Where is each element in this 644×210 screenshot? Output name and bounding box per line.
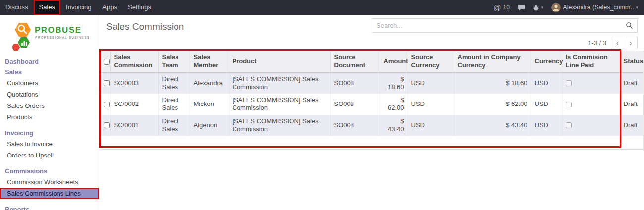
is-paid-checkbox[interactable] [566,80,572,86]
column-header-source-currency[interactable]: Source Currency [408,51,454,73]
sidebar-item-sales-commissions-lines[interactable]: Sales Commissions Lines [0,188,99,199]
row-select-checkbox[interactable] [104,102,110,107]
logo-hexagon-orange [15,23,31,37]
chat-bubble-icon [518,4,525,11]
at-icon: @ [493,4,501,11]
menu-settings[interactable]: Settings [122,0,157,15]
sidebar-item-quotations[interactable]: Quotations [0,89,99,100]
sidebar-section-reports[interactable]: Reports [0,204,99,210]
search-icon[interactable] [622,22,637,29]
column-header-sales-commission[interactable]: Sales Commission [110,51,158,73]
cell-is-paid [562,94,620,115]
pager-prev-button[interactable]: ‹ [611,37,624,49]
pager-text: 1-3 / 3 [588,39,606,47]
bug-icon [533,4,539,11]
cell-sales-commission: SC/0002 [110,94,158,115]
cell-currency: USD [531,115,562,136]
column-header-product[interactable]: Product [229,51,330,73]
sidebar-section-sales[interactable]: Sales [0,67,99,77]
cell-source-document: SO008 [330,72,380,94]
column-header-sales-member[interactable]: Sales Member [190,51,229,73]
sidebar-section-invoicing[interactable]: Invoicing [0,128,99,138]
sidebar-section-dashboard[interactable]: Dashboard [0,56,99,67]
sidebar-item-commission-worksheets[interactable]: Commission Worksheets [0,176,99,188]
cell-source-currency: USD [408,72,454,94]
topbar: DiscussSalesInvoicingAppsSettings @ 10 ▾… [0,0,644,15]
menu-invoicing[interactable]: Invoicing [60,0,97,15]
list-view: Sales CommissionSales TeamSales MemberPr… [101,51,644,150]
column-header-currency[interactable]: Currency [531,51,562,73]
cell-status: Draft [620,72,643,94]
control-panel: Sales Commission 1-3 / 3 ‹ › [100,15,644,51]
sidebar-item-customers[interactable]: Customers [0,77,99,89]
pager-next-button[interactable]: › [624,37,638,49]
menu-apps[interactable]: Apps [97,0,122,15]
select-all-header [101,51,110,73]
is-paid-checkbox[interactable] [566,102,572,107]
table-row-sc-0001[interactable]: SC/0001Direct SalesAlgenon[SALES COMMISS… [101,115,643,136]
column-header-status[interactable]: Status [620,51,643,73]
search-input[interactable] [372,22,622,29]
cell-product: [SALES COMMISSION] Sales Commission [229,115,330,136]
cell-amount: $ 18.60 [380,72,408,94]
logo-hexagon-red [12,44,20,51]
cell-product: [SALES COMMISSION] Sales Commission [229,72,330,94]
cell-is-paid [562,115,620,136]
row-select-cell [101,72,110,94]
commission-table-head: Sales CommissionSales TeamSales MemberPr… [101,51,643,73]
main-content: Sales Commission 1-3 / 3 ‹ › Sales Commi… [100,15,644,210]
sidebar-item-orders-to-upsell[interactable]: Orders to Upsell [0,150,99,161]
debug-menu-button[interactable]: ▾ [533,4,544,11]
table-row-sc-0003[interactable]: SC/0003Direct SalesAlexandra[SALES COMMI… [101,72,643,94]
sidebar: PROBUSE PROFESSIONAL BUSINESS DashboardS… [0,15,99,210]
caret-down-icon: ▾ [541,5,544,10]
is-paid-checkbox[interactable] [566,122,572,128]
sidebar-section-commissions[interactable]: Commissions [0,166,99,176]
logo-title: PROBUSE [35,25,82,35]
caret-down-icon: ▾ [636,5,638,10]
cell-currency: USD [531,72,562,94]
column-header-source-document[interactable]: Source Document [330,51,380,73]
menu-sales[interactable]: Sales [34,0,61,15]
cell-status: Draft [620,94,643,115]
user-name: Alexandra (Sales_comm.. [563,4,634,11]
sidebar-item-sales-orders[interactable]: Sales Orders [0,100,99,111]
page-title: Sales Commission [106,21,184,32]
cell-source-document: SO008 [330,94,380,115]
commission-table: Sales CommissionSales TeamSales MemberPr… [101,51,643,136]
cell-amount: $ 62.00 [380,94,408,115]
cell-amount-in-company-currency: $ 43.40 [454,115,531,136]
column-header-amount[interactable]: Amount [380,51,408,73]
sidebar-nav: DashboardSalesCustomersQuotationsSales O… [0,56,99,210]
table-row-sc-0002[interactable]: SC/0002Direct SalesMickon[SALES COMMISSI… [101,94,643,115]
column-header-sales-team[interactable]: Sales Team [158,51,190,73]
search-box [372,18,638,33]
pager: 1-3 / 3 ‹ › [588,37,638,49]
cell-sales-commission: SC/0001 [110,115,158,136]
column-header-is-commision-line-paid[interactable]: Is Commision Line Paid [562,51,620,73]
user-menu[interactable]: Alexandra (Sales_comm.. ▾ [551,3,638,12]
menu-discuss[interactable]: Discuss [0,0,34,15]
cell-product: [SALES COMMISSION] Sales Commission [229,94,330,115]
cell-sales-member: Alexandra [190,72,229,94]
cell-sales-team: Direct Sales [158,115,190,136]
row-select-checkbox[interactable] [104,122,110,128]
sidebar-item-sales-to-invoice[interactable]: Sales to Invoice [0,138,99,150]
logo-subtitle: PROFESSIONAL BUSINESS [35,36,90,39]
cell-amount-in-company-currency: $ 18.60 [454,72,531,94]
column-header-amount-in-company-currency[interactable]: Amount in Company Currency [454,51,531,73]
cell-amount-in-company-currency: $ 62.00 [454,94,531,115]
cell-sales-team: Direct Sales [158,94,190,115]
app-logo: PROBUSE PROFESSIONAL BUSINESS [0,15,99,56]
topbar-menus: DiscussSalesInvoicingAppsSettings [0,0,157,15]
cell-sales-member: Mickon [190,94,229,115]
messages-button[interactable] [518,4,525,11]
topbar-right: @ 10 ▾ Alexandra (Sales_comm.. ▾ [493,0,644,15]
sidebar-item-products[interactable]: Products [0,111,99,123]
notification-count: 10 [503,4,509,11]
cell-source-currency: USD [408,115,454,136]
commission-table-body: SC/0003Direct SalesAlexandra[SALES COMMI… [101,72,643,136]
notifications-button[interactable]: @ 10 [493,4,510,11]
select-all-checkbox[interactable] [104,59,110,65]
row-select-checkbox[interactable] [104,80,110,86]
